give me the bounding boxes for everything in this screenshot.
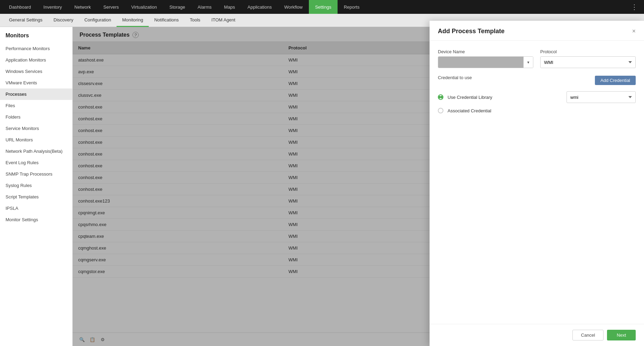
device-name-label: Device Name	[438, 49, 533, 54]
subnav-monitoring[interactable]: Monitoring	[117, 14, 149, 27]
nav-network[interactable]: Network	[68, 0, 97, 14]
add-credential-button[interactable]: Add Credential	[595, 76, 636, 85]
device-protocol-row: Device Name ▼ Protocol WMI SNMP SSH	[438, 49, 636, 68]
sidebar-item-event-log-rules[interactable]: Event Log Rules	[0, 157, 72, 168]
credential-library-select[interactable]: wmi	[567, 91, 636, 103]
sidebar-title: Monitors	[0, 27, 72, 43]
protocol-select[interactable]: WMI SNMP SSH	[540, 56, 636, 68]
credential-section-title: Credential to use	[438, 75, 472, 80]
modal-title: Add Process Template	[438, 28, 505, 35]
add-process-template-modal: Add Process Template × Device Name ▼ Pro…	[430, 21, 644, 346]
subnav-configuration[interactable]: Configuration	[79, 14, 117, 27]
top-navigation: Dashboard Inventory Network Servers Virt…	[0, 0, 644, 14]
nav-servers[interactable]: Servers	[97, 0, 125, 14]
modal-header: Add Process Template ×	[430, 21, 644, 41]
modal-footer: Cancel Next	[430, 324, 644, 346]
subnav-tools[interactable]: Tools	[184, 14, 206, 27]
sidebar-item-snmp-trap-processors[interactable]: SNMP Trap Processors	[0, 168, 72, 180]
sidebar-item-service-monitors[interactable]: Service Monitors	[0, 123, 72, 134]
sidebar-item-vmware-events[interactable]: VMware Events	[0, 77, 72, 88]
nav-reports[interactable]: Reports	[338, 0, 366, 14]
nav-dashboard[interactable]: Dashboard	[3, 0, 37, 14]
device-name-dropdown-arrow[interactable]: ▼	[523, 57, 533, 68]
associated-credential-row: Associated Credential	[438, 108, 636, 113]
more-options-button[interactable]: ⋮	[627, 3, 641, 11]
cancel-button[interactable]: Cancel	[572, 330, 604, 340]
subnav-general-settings[interactable]: General Settings	[3, 14, 48, 27]
nav-workflow[interactable]: Workflow	[278, 0, 309, 14]
sidebar-item-application-monitors[interactable]: Application Monitors	[0, 54, 72, 66]
nav-settings[interactable]: Settings	[309, 0, 338, 14]
nav-alarms[interactable]: Alarms	[191, 0, 218, 14]
nav-applications[interactable]: Applications	[241, 0, 278, 14]
sidebar: Monitors Performance Monitors Applicatio…	[0, 27, 73, 346]
sidebar-item-processes[interactable]: Processes	[0, 88, 72, 100]
credential-header-row: Credential to use Add Credential Use Cre…	[438, 75, 636, 118]
nav-maps[interactable]: Maps	[218, 0, 241, 14]
sidebar-item-ipsla[interactable]: IPSLA	[0, 203, 72, 214]
nav-storage[interactable]: Storage	[163, 0, 192, 14]
use-credential-library-row: Use Credential Library wmi	[438, 91, 636, 103]
sidebar-item-syslog-rules[interactable]: Syslog Rules	[0, 180, 72, 191]
associated-credential-radio[interactable]	[438, 108, 443, 113]
credential-section: Credential to use Add Credential Use Cre…	[438, 75, 636, 118]
sidebar-item-script-templates[interactable]: Script Templates	[0, 191, 72, 203]
sidebar-item-monitor-settings[interactable]: Monitor Settings	[0, 214, 72, 225]
main-layout: Monitors Performance Monitors Applicatio…	[0, 27, 644, 346]
device-name-input-bg	[438, 57, 523, 68]
protocol-group: Protocol WMI SNMP SSH	[540, 49, 636, 68]
sidebar-item-files[interactable]: Files	[0, 100, 72, 111]
associated-credential-label: Associated Credential	[448, 108, 491, 113]
next-button[interactable]: Next	[607, 330, 636, 340]
device-name-group: Device Name ▼	[438, 49, 533, 68]
modal-body: Device Name ▼ Protocol WMI SNMP SSH	[430, 41, 644, 324]
nav-inventory[interactable]: Inventory	[37, 0, 68, 14]
sidebar-item-folders[interactable]: Folders	[0, 111, 72, 123]
use-credential-library-radio[interactable]	[438, 94, 443, 100]
modal-close-button[interactable]: ×	[632, 28, 636, 35]
sidebar-item-windows-services[interactable]: Windows Services	[0, 66, 72, 77]
subnav-discovery[interactable]: Discovery	[48, 14, 79, 27]
subnav-itom-agent[interactable]: ITOM Agent	[206, 14, 241, 27]
sidebar-item-network-path-analysis[interactable]: Network Path Analysis(Beta)	[0, 146, 72, 157]
nav-virtualization[interactable]: Virtualization	[125, 0, 163, 14]
sidebar-item-url-monitors[interactable]: URL Monitors	[0, 134, 72, 146]
device-name-wrapper: ▼	[438, 56, 533, 68]
subnav-notifications[interactable]: Notifications	[149, 14, 184, 27]
sidebar-item-performance-monitors[interactable]: Performance Monitors	[0, 43, 72, 54]
use-credential-library-label: Use Credential Library	[448, 95, 492, 100]
protocol-label: Protocol	[540, 49, 636, 54]
